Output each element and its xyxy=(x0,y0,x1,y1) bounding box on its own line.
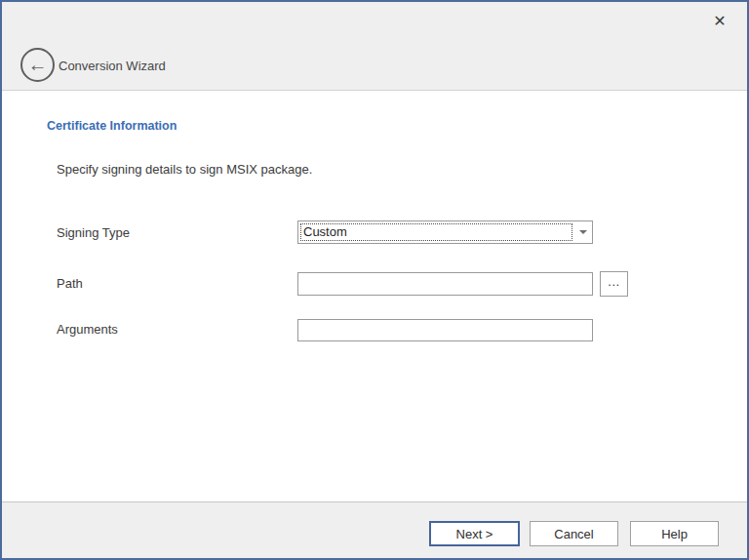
path-input[interactable] xyxy=(297,272,593,296)
next-button[interactable]: Next > xyxy=(429,521,520,546)
signing-type-dropdown[interactable]: Custom xyxy=(297,220,593,244)
arguments-label: Arguments xyxy=(57,322,118,337)
wizard-header: ✕ ← Conversion Wizard xyxy=(2,2,747,91)
page-title: Certificate Information xyxy=(47,119,177,133)
chevron-down-icon xyxy=(579,230,587,234)
wizard-title: Conversion Wizard xyxy=(59,59,166,73)
cancel-button[interactable]: Cancel xyxy=(530,521,618,546)
help-button[interactable]: Help xyxy=(630,521,719,546)
close-icon[interactable]: ✕ xyxy=(708,9,731,32)
back-button[interactable]: ← xyxy=(20,48,55,82)
back-arrow-icon: ← xyxy=(28,55,48,74)
conversion-wizard-window: ✕ ← Conversion Wizard Certificate Inform… xyxy=(0,0,749,560)
wizard-footer: Next > Cancel Help xyxy=(2,501,747,558)
dropdown-arrow-button[interactable] xyxy=(573,221,592,243)
arguments-input[interactable] xyxy=(297,319,593,341)
page-description: Specify signing details to sign MSIX pac… xyxy=(57,162,312,177)
path-label: Path xyxy=(57,276,83,291)
signing-type-selected-value: Custom xyxy=(300,223,572,241)
signing-type-label: Signing Type xyxy=(57,225,130,240)
browse-button[interactable]: ... xyxy=(600,271,628,297)
